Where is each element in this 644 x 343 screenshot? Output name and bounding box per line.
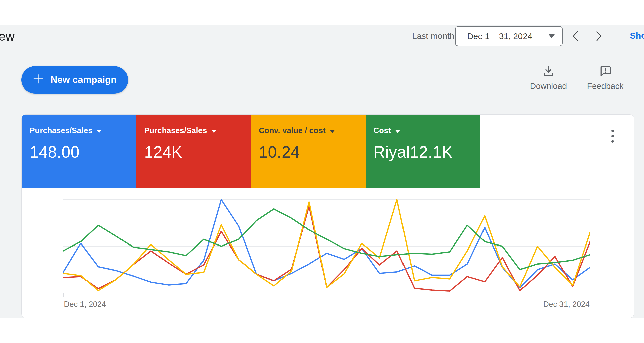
ads-overview-page: ew Last month Dec 1 – 31, 2024 Show New … (0, 0, 644, 343)
plus-icon (32, 73, 44, 87)
metric-selector[interactable]: Purchases/Sales (30, 126, 136, 135)
chevron-right-icon (595, 30, 603, 42)
download-label: Download (530, 81, 567, 91)
chevron-down-icon (330, 130, 335, 133)
metric-selector[interactable]: Cost (374, 126, 480, 135)
metric-selector[interactable]: Purchases/Sales (144, 126, 251, 135)
new-campaign-label: New campaign (51, 75, 117, 85)
overview-chart-card: Purchases/Sales 148.00 Purchases/Sales 1… (21, 114, 634, 318)
date-preset-label: Last month (412, 31, 454, 41)
scorecard-value: 148.00 (30, 143, 136, 161)
scorecard-value: 124K (144, 143, 251, 161)
next-period-button[interactable] (594, 29, 604, 43)
new-campaign-button[interactable]: New campaign (21, 66, 128, 94)
feedback-label: Feedback (587, 81, 624, 91)
kebab-menu-icon (611, 130, 614, 132)
x-axis-start-label: Dec 1, 2024 (64, 300, 106, 309)
scorecard-label: Conv. value / cost (259, 126, 326, 135)
feedback-button[interactable]: Feedback (581, 65, 629, 91)
chevron-down-icon (549, 34, 555, 38)
chevron-down-icon (211, 130, 217, 133)
previous-period-button[interactable] (570, 29, 580, 43)
x-axis-end-label: Dec 31, 2024 (543, 300, 590, 309)
scorecard-cost[interactable]: Cost Riyal12.1K (366, 115, 480, 188)
scorecard-purchases-sales-1[interactable]: Purchases/Sales 148.00 (22, 115, 136, 188)
scorecard-conv-value-cost[interactable]: Conv. value / cost 10.24 (251, 115, 366, 188)
scorecard-value: Riyal12.1K (374, 143, 480, 161)
chevron-down-icon (395, 130, 400, 133)
date-range-selector[interactable]: Dec 1 – 31, 2024 (455, 26, 563, 46)
download-icon (542, 65, 555, 78)
date-range-value: Dec 1 – 31, 2024 (467, 31, 532, 41)
card-options-button[interactable] (606, 126, 619, 146)
scorecard-purchases-sales-2[interactable]: Purchases/Sales 124K (136, 115, 251, 188)
metric-selector[interactable]: Conv. value / cost (259, 126, 366, 135)
feedback-icon (599, 65, 612, 78)
scorecard-label: Cost (374, 126, 391, 135)
scorecard-row: Purchases/Sales 148.00 Purchases/Sales 1… (22, 115, 634, 188)
scorecard-value: 10.24 (259, 143, 366, 161)
chevron-left-icon (571, 30, 579, 42)
chevron-down-icon (96, 130, 102, 133)
page-title-truncated: ew (0, 29, 15, 44)
overview-line-chart (63, 191, 590, 299)
scorecard-label: Purchases/Sales (30, 126, 92, 135)
download-button[interactable]: Download (525, 65, 572, 91)
scorecard-label: Purchases/Sales (144, 126, 207, 135)
show-link[interactable]: Show (630, 31, 644, 41)
